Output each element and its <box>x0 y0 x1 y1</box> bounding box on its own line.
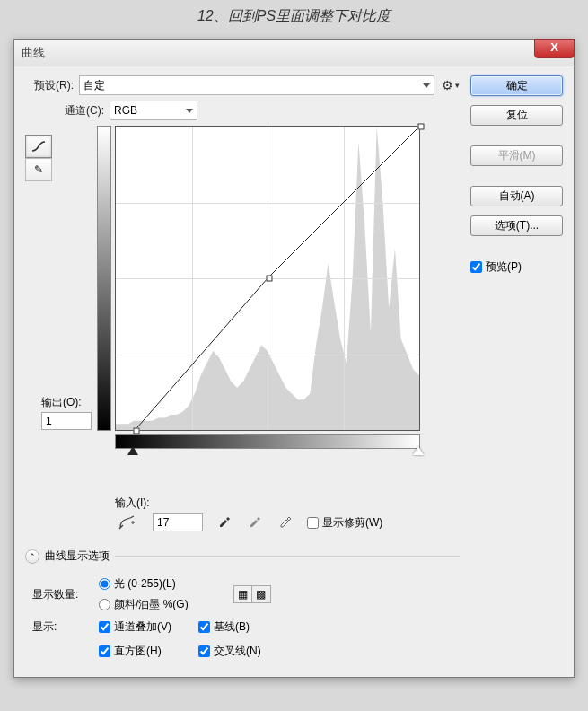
show-clipping-label: 显示修剪(W) <box>322 515 382 531</box>
ok-button[interactable]: 确定 <box>470 75 563 96</box>
disclosure-toggle[interactable]: ⌃ <box>25 549 39 564</box>
smooth-button: 平滑(M) <box>470 145 563 166</box>
intersection-checkbox[interactable]: 交叉线(N) <box>198 644 261 659</box>
white-point-slider[interactable] <box>413 446 424 455</box>
preset-dropdown[interactable]: 自定 <box>79 75 434 95</box>
pencil-icon: ✎ <box>34 163 43 176</box>
output-label: 输出(O): <box>41 395 92 410</box>
chevron-down-icon <box>423 83 430 88</box>
titlebar: 曲线 X <box>14 40 574 66</box>
preview-label: 预览(P) <box>486 259 522 275</box>
output-input[interactable] <box>41 412 92 430</box>
curve-point[interactable] <box>266 276 272 282</box>
target-adjust-tool[interactable] <box>115 513 140 532</box>
curve-point[interactable] <box>418 124 425 130</box>
output-gradient <box>97 126 111 431</box>
curve-point[interactable] <box>133 427 139 434</box>
curve-icon <box>31 140 46 153</box>
curves-dialog: 曲线 X 预设(R): 自定 ⚙ ▾ 通道(C): RGB <box>13 39 575 678</box>
input-value-input[interactable] <box>153 514 203 531</box>
preset-label: 预设(R): <box>25 78 74 93</box>
curve-point-tool[interactable] <box>25 135 52 158</box>
eyedropper-black-icon[interactable] <box>215 514 233 531</box>
pigment-radio[interactable]: 颜料/油墨 %(G) <box>99 597 189 612</box>
channel-label: 通道(C): <box>65 103 104 118</box>
curves-graph-area: ✎ <box>25 126 460 485</box>
options-button[interactable]: 选项(T)... <box>470 215 563 236</box>
grid-large-icon[interactable]: ▦ <box>234 586 252 602</box>
show-clipping-checkbox[interactable]: 显示修剪(W) <box>307 515 382 531</box>
pigment-radio-label: 颜料/油墨 %(G) <box>114 597 189 612</box>
input-label: 输入(I): <box>115 496 460 511</box>
reset-button[interactable]: 复位 <box>470 105 563 126</box>
divider <box>115 556 460 557</box>
show-label: 显示: <box>32 619 90 635</box>
channel-dropdown[interactable]: RGB <box>110 101 197 120</box>
curve-graph[interactable] <box>115 126 420 431</box>
preview-checkbox[interactable]: 预览(P) <box>470 259 522 275</box>
eyedropper-gray-icon[interactable] <box>246 514 264 531</box>
auto-button[interactable]: 自动(A) <box>470 186 563 206</box>
window-title: 曲线 <box>22 45 45 61</box>
histogram-checkbox[interactable]: 直方图(H) <box>99 644 171 659</box>
channel-overlay-checkbox[interactable]: 通道叠加(V) <box>99 619 171 635</box>
grid-small-icon[interactable]: ▩ <box>252 586 270 602</box>
page-caption: 12、回到PS里面调整下对比度 <box>0 0 588 39</box>
gear-icon[interactable]: ⚙ <box>442 78 453 92</box>
preset-value: 自定 <box>83 78 105 93</box>
channel-value: RGB <box>114 104 137 117</box>
black-point-slider[interactable] <box>127 446 138 455</box>
pencil-tool[interactable]: ✎ <box>25 158 52 181</box>
display-qty-label: 显示数量: <box>32 587 90 602</box>
disclosure-label: 曲线显示选项 <box>45 549 110 564</box>
close-button[interactable]: X <box>534 39 575 58</box>
light-radio[interactable]: 光 (0-255)(L) <box>99 576 189 592</box>
chevron-down-icon <box>186 109 193 113</box>
input-gradient <box>115 434 420 449</box>
light-radio-label: 光 (0-255)(L) <box>114 576 176 592</box>
baseline-checkbox[interactable]: 基线(B) <box>198 619 261 635</box>
grid-size-toggle[interactable]: ▦ ▩ <box>233 585 271 603</box>
eyedropper-white-icon[interactable] <box>276 514 294 531</box>
